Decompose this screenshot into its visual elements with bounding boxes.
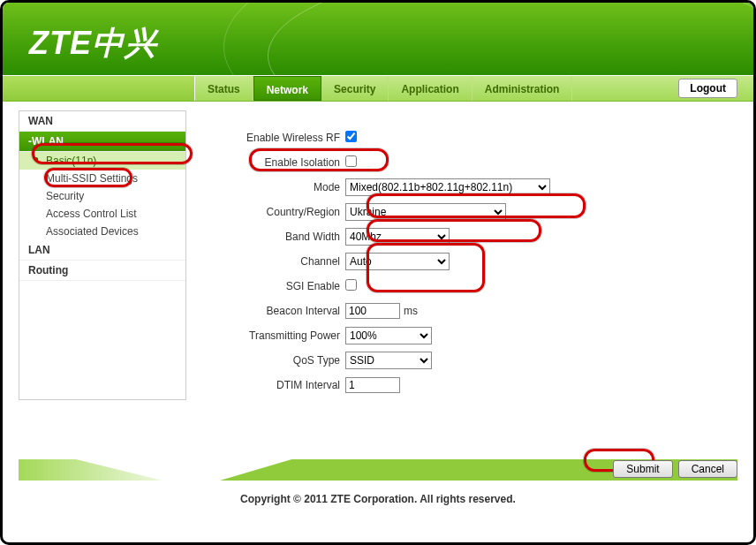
copyright: Copyright © 2011 ZTE Corporation. All ri… (3, 493, 753, 505)
label-channel: Channel (204, 255, 345, 268)
label-enable-rf: Enable Wireless RF (204, 132, 345, 144)
tab-network[interactable]: Network (253, 76, 321, 101)
label-country: Country/Region (204, 206, 345, 218)
label-mode: Mode (204, 181, 345, 193)
label-txpower: Transmitting Power (204, 329, 345, 342)
select-band[interactable]: 40Mhz (345, 228, 450, 246)
sidebar-lan[interactable]: LAN (19, 240, 185, 261)
top-tabs: Status Network Security Application Admi… (3, 75, 753, 102)
cancel-button[interactable]: Cancel (678, 460, 737, 478)
tab-administration[interactable]: Administration (472, 76, 573, 101)
unit-ms: ms (400, 305, 418, 317)
sidebar-wlan[interactable]: -WLAN (19, 132, 185, 152)
label-enable-iso: Enable Isolation (204, 156, 345, 169)
footer-stripe: Submit Cancel (19, 459, 737, 481)
label-band: Band Width (204, 231, 345, 243)
select-country[interactable]: Ukraine (345, 203, 506, 221)
sidebar-assoc[interactable]: Associated Devices (19, 223, 185, 240)
input-beacon[interactable] (345, 303, 400, 319)
sidebar-security[interactable]: Security (19, 187, 185, 205)
label-beacon: Beacon Interval (204, 305, 345, 317)
checkbox-enable-iso[interactable] (345, 155, 357, 167)
main-form: Enable Wireless RF Enable Isolation Mode… (186, 110, 737, 400)
select-mode[interactable]: Mixed(802.11b+802.11g+802.11n) (345, 178, 550, 196)
sidebar-acl[interactable]: Access Control List (19, 205, 185, 223)
sidebar: WAN -WLAN Basic(11n) Multi-SSID Settings… (19, 110, 186, 400)
label-dtim: DTIM Interval (204, 379, 345, 391)
sidebar-wan[interactable]: WAN (19, 111, 185, 132)
sidebar-multissid[interactable]: Multi-SSID Settings (19, 170, 185, 187)
sidebar-routing[interactable]: Routing (19, 261, 185, 281)
select-qos[interactable]: SSID (345, 352, 432, 369)
checkbox-sgi[interactable] (345, 279, 357, 291)
tab-spacer (3, 76, 195, 101)
tab-application[interactable]: Application (389, 76, 472, 101)
checkbox-enable-rf[interactable] (345, 131, 357, 142)
select-txpower[interactable]: 100% (345, 327, 432, 344)
tab-security[interactable]: Security (321, 76, 389, 101)
input-dtim[interactable] (345, 377, 400, 393)
header-banner: ZTE中兴 (3, 3, 753, 75)
submit-button[interactable]: Submit (613, 460, 672, 478)
label-qos: QoS Type (204, 354, 345, 367)
select-channel[interactable]: Auto (345, 253, 450, 270)
sidebar-basic[interactable]: Basic(11n) (19, 152, 185, 170)
tab-status[interactable]: Status (195, 76, 253, 101)
logout-button[interactable]: Logout (678, 79, 737, 98)
label-sgi: SGI Enable (204, 280, 345, 292)
